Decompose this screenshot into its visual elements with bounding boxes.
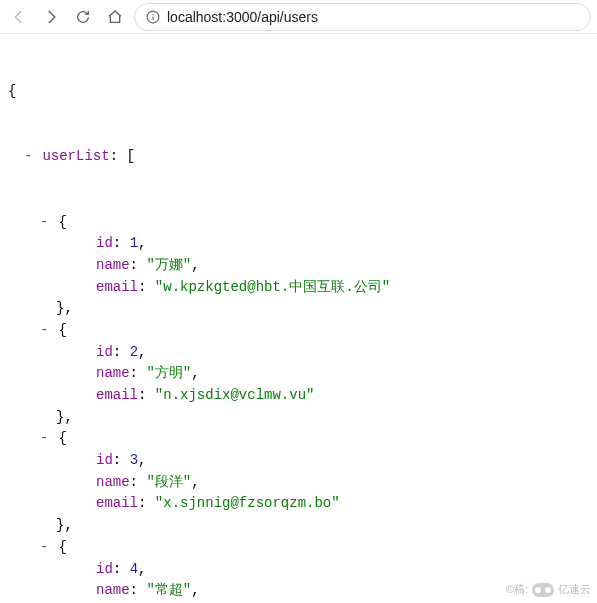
json-field-email: email: "w.kpzkgted@hbt.中国互联.公司": [96, 277, 589, 299]
json-item-close: },: [56, 298, 589, 320]
reload-icon: [75, 9, 91, 25]
json-field-email: email: "x.sjnnig@fzsorqzm.bo": [96, 493, 589, 515]
arrow-right-icon: [42, 8, 60, 26]
watermark-brand: 亿速云: [558, 582, 591, 597]
collapse-toggle[interactable]: -: [24, 146, 34, 168]
json-field-email: email: "n.xjsdix@vclmw.vu": [96, 385, 589, 407]
url-text: localhost:3000/api/users: [167, 9, 318, 25]
address-bar[interactable]: localhost:3000/api/users: [134, 3, 591, 31]
json-field-id: id: 2,: [96, 342, 589, 364]
json-root-key: - userList: [: [24, 146, 589, 168]
json-item-open: - {: [40, 537, 589, 559]
site-info-icon[interactable]: [145, 9, 161, 25]
json-item-close: },: [56, 515, 589, 537]
json-field-name: name: "方明",: [96, 363, 589, 385]
json-viewer: { - userList: [ - {id: 1,name: "万娜",emai…: [0, 34, 597, 603]
json-field-id: id: 3,: [96, 450, 589, 472]
json-item-open: - {: [40, 212, 589, 234]
collapse-toggle[interactable]: -: [40, 320, 50, 342]
home-icon: [107, 9, 123, 25]
browser-toolbar: localhost:3000/api/users: [0, 0, 597, 34]
json-field-name: name: "万娜",: [96, 255, 589, 277]
watermark-prefix: ©稿:: [506, 582, 528, 597]
collapse-toggle[interactable]: -: [40, 212, 50, 234]
reload-button[interactable]: [70, 4, 96, 30]
json-item-open: - {: [40, 320, 589, 342]
json-item-open: - {: [40, 428, 589, 450]
json-field-id: id: 1,: [96, 233, 589, 255]
json-brace-open: {: [8, 81, 589, 103]
forward-button[interactable]: [38, 4, 64, 30]
home-button[interactable]: [102, 4, 128, 30]
watermark: ©稿: 亿速云: [506, 582, 591, 597]
collapse-toggle[interactable]: -: [40, 428, 50, 450]
collapse-toggle[interactable]: -: [40, 537, 50, 559]
back-button[interactable]: [6, 4, 32, 30]
json-field-id: id: 4,: [96, 559, 589, 581]
arrow-left-icon: [10, 8, 28, 26]
json-field-name: name: "段洋",: [96, 472, 589, 494]
watermark-logo-icon: [532, 583, 554, 597]
json-item-close: },: [56, 407, 589, 429]
